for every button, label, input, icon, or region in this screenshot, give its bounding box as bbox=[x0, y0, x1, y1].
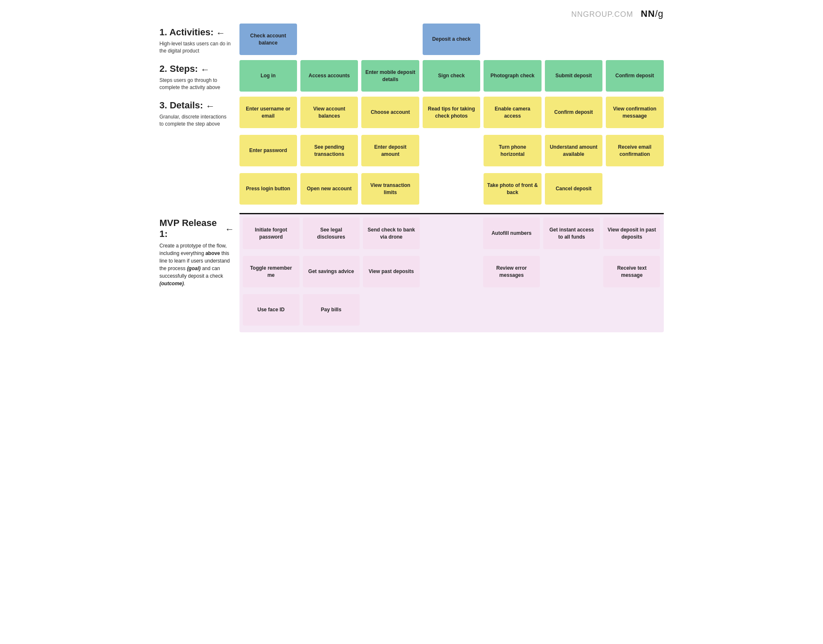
mvp-above: above bbox=[205, 250, 220, 256]
steps-desc: Steps users go through to complete the a… bbox=[160, 77, 231, 91]
card-empty-m3-5 bbox=[483, 294, 540, 326]
card-empty-m3-4 bbox=[423, 294, 480, 326]
activities-label: 1. Activities: bbox=[160, 27, 214, 38]
mvp-outcome: (outcome) bbox=[160, 281, 184, 287]
mvp-section: MVP Release 1: ← Create a prototype of t… bbox=[160, 214, 664, 332]
card-confirm-deposit-detail[interactable]: Confirm deposit bbox=[545, 97, 602, 128]
steps-section: 2. Steps: ← Steps users go through to co… bbox=[160, 60, 664, 95]
activities-desc: High-level tasks users can do in the dig… bbox=[160, 40, 231, 55]
logo-text: NNGROUP.COM bbox=[571, 10, 634, 18]
card-send-check-drone[interactable]: Send check to bank via drone bbox=[363, 218, 420, 249]
card-sign-check[interactable]: Sign check bbox=[423, 60, 480, 92]
card-see-pending[interactable]: See pending transactions bbox=[300, 135, 358, 166]
card-use-face-id[interactable]: Use face ID bbox=[243, 294, 300, 326]
mvp-goal: (goal) bbox=[187, 265, 201, 271]
card-empty-m2-4 bbox=[423, 256, 480, 287]
card-empty-5 bbox=[606, 24, 663, 55]
card-choose-account[interactable]: Choose account bbox=[361, 97, 419, 128]
card-empty-d3-4 bbox=[423, 173, 480, 205]
details-row-3: Press login button Open new account View… bbox=[239, 173, 664, 205]
card-confirm-deposit-step[interactable]: Confirm deposit bbox=[606, 60, 663, 92]
card-review-error-messages[interactable]: Review error messages bbox=[483, 256, 540, 287]
card-empty-m1-4 bbox=[423, 218, 480, 249]
card-pay-bills[interactable]: Pay bills bbox=[303, 294, 360, 326]
logo-nn: NN bbox=[641, 8, 655, 19]
card-enable-camera[interactable]: Enable camera access bbox=[484, 97, 541, 128]
card-understand-amount[interactable]: Understand amount available bbox=[545, 135, 602, 166]
card-open-new-account[interactable]: Open new account bbox=[300, 173, 358, 205]
mvp-row-3: Use face ID Pay bills bbox=[243, 294, 660, 326]
card-receive-email[interactable]: Receive email confirmation bbox=[606, 135, 663, 166]
card-read-tips[interactable]: Read tips for taking check photos bbox=[423, 97, 480, 128]
card-access-accounts[interactable]: Access accounts bbox=[300, 60, 358, 92]
details-left: 3. Details: ← Granular, discrete interac… bbox=[160, 97, 239, 208]
card-receive-text[interactable]: Receive text message bbox=[603, 256, 660, 287]
card-turn-phone[interactable]: Turn phone horizontal bbox=[484, 135, 541, 166]
card-press-login[interactable]: Press login button bbox=[239, 173, 297, 205]
activities-right: Check account balance Deposit a check bbox=[239, 24, 664, 58]
card-deposit-check[interactable]: Deposit a check bbox=[423, 24, 480, 55]
card-view-account-balances[interactable]: View account balances bbox=[300, 97, 358, 128]
steps-left: 2. Steps: ← Steps users go through to co… bbox=[160, 60, 239, 95]
mvp-left: MVP Release 1: ← Create a prototype of t… bbox=[160, 214, 239, 332]
activities-card-row: Check account balance Deposit a check bbox=[239, 24, 664, 55]
activities-left: 1. Activities: ← High-level tasks users … bbox=[160, 24, 239, 58]
card-autofill-numbers[interactable]: Autofill numbers bbox=[483, 218, 540, 249]
details-desc: Granular, discrete interactions to compl… bbox=[160, 113, 231, 128]
card-legal-disclosures[interactable]: See legal disclosures bbox=[303, 218, 360, 249]
card-enter-deposit-amount[interactable]: Enter deposit amount bbox=[361, 135, 419, 166]
card-empty-m3-6 bbox=[543, 294, 600, 326]
card-view-transaction-limits[interactable]: View transaction limits bbox=[361, 173, 419, 205]
card-log-in[interactable]: Log in bbox=[239, 60, 297, 92]
card-view-confirmation[interactable]: View confirmation messaage bbox=[606, 97, 663, 128]
card-empty-4 bbox=[545, 24, 602, 55]
page-wrapper: NNGROUP.COM NN/g 1. Activities: ← High-l… bbox=[160, 8, 664, 332]
card-get-savings-advice[interactable]: Get savings advice bbox=[303, 256, 360, 287]
card-forgot-password[interactable]: Initiate forgot password bbox=[243, 218, 300, 249]
logo-slashg: /g bbox=[655, 8, 663, 19]
mvp-arrow: ← bbox=[225, 224, 234, 235]
details-section: 3. Details: ← Granular, discrete interac… bbox=[160, 97, 664, 208]
card-view-past-deposits[interactable]: View past deposits bbox=[363, 256, 420, 287]
details-arrow: ← bbox=[205, 101, 215, 112]
mvp-right: Initiate forgot password See legal discl… bbox=[239, 214, 664, 332]
details-row-1: Enter username or email View account bal… bbox=[239, 97, 664, 128]
logo: NNGROUP.COM NN/g bbox=[571, 8, 664, 19]
card-submit-deposit[interactable]: Submit deposit bbox=[545, 60, 602, 92]
card-empty-m2-6 bbox=[543, 256, 600, 287]
card-empty-3 bbox=[484, 24, 541, 55]
details-row-2: Enter password See pending transactions … bbox=[239, 135, 664, 166]
mvp-desc: Create a prototype of the flow, includin… bbox=[160, 242, 234, 287]
card-empty-m3-7 bbox=[603, 294, 660, 326]
card-toggle-remember[interactable]: Toggle remember me bbox=[243, 256, 300, 287]
card-check-account-balance[interactable]: Check account balance bbox=[239, 24, 297, 55]
steps-arrow: ← bbox=[200, 64, 210, 75]
card-empty-1 bbox=[300, 24, 358, 55]
steps-card-row: Log in Access accounts Enter mobile depo… bbox=[239, 60, 664, 92]
details-right: Enter username or email View account bal… bbox=[239, 97, 664, 208]
mvp-row-2: Toggle remember me Get savings advice Vi… bbox=[243, 256, 660, 287]
details-label: 3. Details: bbox=[160, 100, 203, 111]
card-enter-password[interactable]: Enter password bbox=[239, 135, 297, 166]
card-instant-access[interactable]: Get instant access to all funds bbox=[543, 218, 600, 249]
mvp-row-1: Initiate forgot password See legal discl… bbox=[243, 218, 660, 249]
header: NNGROUP.COM NN/g bbox=[160, 8, 664, 19]
card-photograph-check[interactable]: Photograph check bbox=[484, 60, 541, 92]
card-empty-2 bbox=[361, 24, 419, 55]
card-empty-d2-4 bbox=[423, 135, 480, 166]
card-cancel-deposit[interactable]: Cancel deposit bbox=[545, 173, 602, 205]
card-take-photo[interactable]: Take photo of front & back bbox=[484, 173, 541, 205]
card-enter-username[interactable]: Enter username or email bbox=[239, 97, 297, 128]
card-empty-d3-7 bbox=[606, 173, 663, 205]
mvp-label: MVP Release 1: bbox=[160, 218, 223, 239]
activities-arrow: ← bbox=[216, 28, 225, 39]
card-enter-mobile-deposit[interactable]: Enter mobile deposit details bbox=[361, 60, 419, 92]
steps-right: Log in Access accounts Enter mobile depo… bbox=[239, 60, 664, 95]
activities-section: 1. Activities: ← High-level tasks users … bbox=[160, 24, 664, 58]
card-view-deposit-past[interactable]: View deposit in past deposits bbox=[603, 218, 660, 249]
card-empty-m3-3 bbox=[363, 294, 420, 326]
steps-label: 2. Steps: bbox=[160, 63, 198, 74]
